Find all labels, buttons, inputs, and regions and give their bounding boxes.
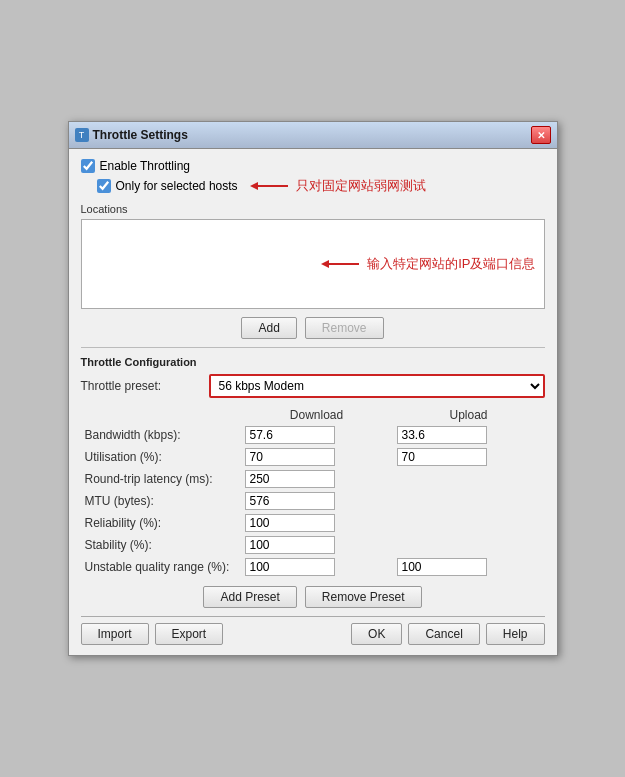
throttle-preset-row: Throttle preset: 56 kbps Modem Custom 25… <box>81 374 545 398</box>
locations-annotation-text: 输入特定网站的IP及端口信息 <box>367 255 535 273</box>
enable-throttling-checkbox[interactable] <box>81 159 95 173</box>
stability-download[interactable] <box>245 536 335 554</box>
cancel-button[interactable]: Cancel <box>408 623 479 645</box>
table-row: Utilisation (%): <box>81 446 545 468</box>
table-row: Reliability (%): <box>81 512 545 534</box>
unstable-upload[interactable] <box>397 558 487 576</box>
bandwidth-upload[interactable] <box>397 426 487 444</box>
table-row: Round-trip latency (ms): <box>81 468 545 490</box>
only-hosts-label: Only for selected hosts <box>116 179 238 193</box>
row-label-bandwidth: Bandwidth (kbps): <box>81 424 241 446</box>
throttle-preset-select[interactable]: 56 kbps Modem Custom 256 kbps DSL 1 Mbps <box>211 376 543 396</box>
remove-preset-button[interactable]: Remove Preset <box>305 586 422 608</box>
throttle-settings-window: T Throttle Settings ✕ Enable Throttling … <box>68 121 558 656</box>
col-upload: Upload <box>393 406 545 424</box>
utilisation-upload[interactable] <box>397 448 487 466</box>
ok-button[interactable]: OK <box>351 623 402 645</box>
utilisation-download[interactable] <box>245 448 335 466</box>
divider-1 <box>81 347 545 348</box>
row-label-latency: Round-trip latency (ms): <box>81 468 241 490</box>
throttle-preset-label: Throttle preset: <box>81 379 201 393</box>
footer-right: OK Cancel Help <box>351 623 544 645</box>
table-row: MTU (bytes): <box>81 490 545 512</box>
config-table: Download Upload Bandwidth (kbps): Utilis… <box>81 406 545 578</box>
only-hosts-annotation-row: Only for selected hosts 只对固定网站弱网测试 <box>81 177 545 195</box>
left-arrow-icon <box>250 178 290 194</box>
footer-row: Import Export OK Cancel Help <box>81 623 545 645</box>
table-row: Unstable quality range (%): <box>81 556 545 578</box>
unstable-download[interactable] <box>245 558 335 576</box>
row-label-reliability: Reliability (%): <box>81 512 241 534</box>
svg-marker-3 <box>321 260 329 268</box>
only-hosts-checkbox[interactable] <box>97 179 111 193</box>
only-hosts-row: Only for selected hosts <box>97 179 238 193</box>
row-label-unstable: Unstable quality range (%): <box>81 556 241 578</box>
latency-download[interactable] <box>245 470 335 488</box>
locations-arrow-icon <box>321 256 361 272</box>
reliability-download[interactable] <box>245 514 335 532</box>
window-icon: T <box>75 128 89 142</box>
locations-annotation-group: 输入特定网站的IP及端口信息 <box>321 255 535 273</box>
row-label-utilisation: Utilisation (%): <box>81 446 241 468</box>
import-button[interactable]: Import <box>81 623 149 645</box>
mtu-download[interactable] <box>245 492 335 510</box>
footer-divider <box>81 616 545 617</box>
throttle-config-label: Throttle Configuration <box>81 356 545 368</box>
add-button[interactable]: Add <box>241 317 296 339</box>
locations-section-label: Locations <box>81 203 545 215</box>
only-hosts-annotation-group: 只对固定网站弱网测试 <box>250 177 426 195</box>
col-download: Download <box>241 406 393 424</box>
footer-left: Import Export <box>81 623 224 645</box>
row-label-mtu: MTU (bytes): <box>81 490 241 512</box>
locations-box: 输入特定网站的IP及端口信息 <box>81 219 545 309</box>
help-button[interactable]: Help <box>486 623 545 645</box>
throttle-preset-wrapper: 56 kbps Modem Custom 256 kbps DSL 1 Mbps <box>209 374 545 398</box>
titlebar-left: T Throttle Settings <box>75 128 188 142</box>
bandwidth-download[interactable] <box>245 426 335 444</box>
close-button[interactable]: ✕ <box>531 126 551 144</box>
enable-throttling-row: Enable Throttling <box>81 159 545 173</box>
locations-button-row: Add Remove <box>81 317 545 339</box>
titlebar: T Throttle Settings ✕ <box>69 122 557 149</box>
table-row: Bandwidth (kbps): <box>81 424 545 446</box>
remove-button[interactable]: Remove <box>305 317 384 339</box>
export-button[interactable]: Export <box>155 623 224 645</box>
preset-button-row: Add Preset Remove Preset <box>81 586 545 608</box>
main-content: Enable Throttling Only for selected host… <box>69 149 557 655</box>
enable-throttling-label: Enable Throttling <box>100 159 191 173</box>
add-preset-button[interactable]: Add Preset <box>203 586 296 608</box>
svg-marker-1 <box>250 182 258 190</box>
table-row: Stability (%): <box>81 534 545 556</box>
row-label-stability: Stability (%): <box>81 534 241 556</box>
only-hosts-annotation-text: 只对固定网站弱网测试 <box>296 177 426 195</box>
window-title: Throttle Settings <box>93 128 188 142</box>
